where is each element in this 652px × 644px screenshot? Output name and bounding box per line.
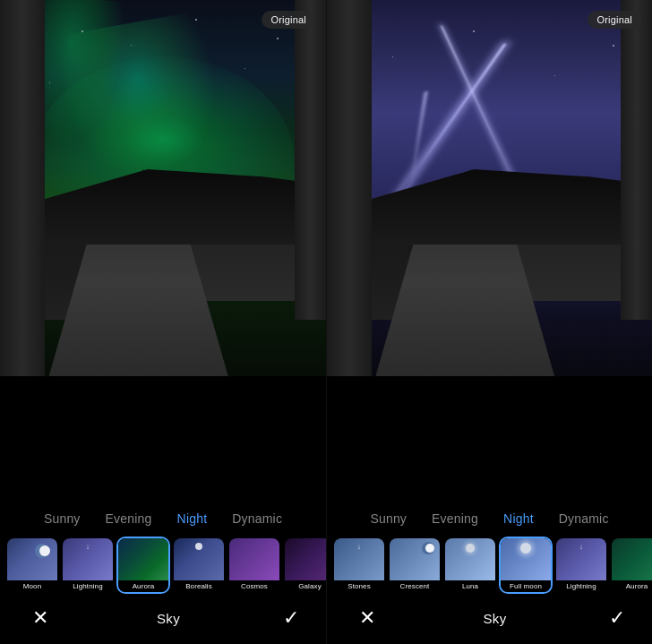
left-image-area: Original: [0, 0, 326, 376]
filter-aurora2-right[interactable]: Aurora: [612, 538, 652, 592]
left-spacer: [0, 376, 326, 501]
roof-area-right: [327, 169, 652, 245]
right-spacer: [327, 376, 652, 501]
filter-lightning2-label-right: Lightning: [556, 580, 606, 592]
tab-sunny-right[interactable]: Sunny: [366, 510, 410, 528]
filter-crescent-label-right: Crescent: [390, 580, 440, 592]
filter-luna-label-right: Luna: [445, 580, 495, 592]
sky-title-right: Sky: [484, 611, 507, 626]
tab-evening-left[interactable]: Evening: [102, 510, 156, 528]
filter-crescent-right[interactable]: Crescent: [390, 538, 440, 592]
right-panel: Original Sunny Evening Night Dynamic ↓ S…: [326, 0, 652, 644]
right-tabs-row: Sunny Evening Night Dynamic: [327, 501, 652, 535]
download-icon-lightning-left: ↓: [86, 542, 90, 551]
tab-dynamic-right[interactable]: Dynamic: [555, 510, 613, 528]
filter-moon-label-left: Moon: [7, 580, 57, 592]
tab-sunny-left[interactable]: Sunny: [40, 510, 84, 528]
left-bottom-bar: ✕ Sky ✓: [0, 597, 326, 644]
cancel-button-left[interactable]: ✕: [27, 606, 54, 630]
cancel-button-right[interactable]: ✕: [354, 606, 381, 630]
filter-aurora-left[interactable]: Aurora: [118, 538, 168, 592]
confirm-button-left[interactable]: ✓: [283, 606, 299, 630]
tab-evening-right[interactable]: Evening: [428, 510, 482, 528]
filter-borealis-left[interactable]: Borealis: [174, 538, 224, 592]
filter-cosmos-label-left: Cosmos: [229, 580, 279, 592]
filter-luna-right[interactable]: Luna: [445, 538, 495, 592]
original-badge-left: Original: [262, 11, 315, 29]
post-right: [295, 0, 326, 320]
roof-area: [0, 169, 326, 245]
right-image-area: Original: [327, 0, 652, 376]
filter-lightning-left[interactable]: ↓ Lightning: [63, 538, 113, 592]
confirm-button-right[interactable]: ✓: [609, 606, 625, 630]
left-filter-strip: Moon ↓ Lightning Aurora Borealis Cosmos: [0, 535, 326, 597]
sky-title-left: Sky: [157, 611, 180, 626]
download-icon-lightning2: ↓: [579, 542, 584, 551]
lightning-scene: [327, 0, 652, 376]
aurora-scene: [0, 0, 326, 376]
right-bottom-bar: ✕ Sky ✓: [327, 597, 652, 644]
post-left-right: [327, 0, 372, 376]
right-filter-strip: ↓ Stones Crescent Luna Full moon: [327, 535, 652, 597]
filter-borealis-label-left: Borealis: [174, 580, 224, 592]
filter-aurora2-label-right: Aurora: [612, 580, 652, 592]
filter-cosmos-left[interactable]: Cosmos: [229, 538, 279, 592]
filter-moon-left[interactable]: Moon: [7, 538, 57, 592]
tab-dynamic-left[interactable]: Dynamic: [228, 510, 286, 528]
download-icon-stones: ↓: [357, 542, 362, 551]
filter-stones-right[interactable]: ↓ Stones: [334, 538, 384, 592]
filter-fullmoon-label-right: Full moon: [501, 580, 551, 592]
post-right-right: [621, 0, 652, 320]
filter-lightning2-right[interactable]: ↓ Lightning: [556, 538, 606, 592]
left-tabs-row: Sunny Evening Night Dynamic: [0, 501, 326, 535]
original-badge-right: Original: [588, 11, 641, 29]
filter-lightning-label-left: Lightning: [63, 580, 113, 592]
tab-night-right[interactable]: Night: [500, 510, 537, 528]
filter-aurora-label-left: Aurora: [118, 580, 168, 592]
filter-stones-label-right: Stones: [334, 580, 384, 592]
filter-fullmoon-right[interactable]: Full moon: [501, 538, 551, 592]
filter-galaxy-left[interactable]: Galaxy: [285, 538, 326, 592]
filter-galaxy-label-left: Galaxy: [285, 580, 326, 592]
post-left: [0, 0, 45, 376]
tab-night-left[interactable]: Night: [174, 510, 211, 528]
left-panel: Original Sunny Evening Night Dynamic Moo…: [0, 0, 326, 644]
